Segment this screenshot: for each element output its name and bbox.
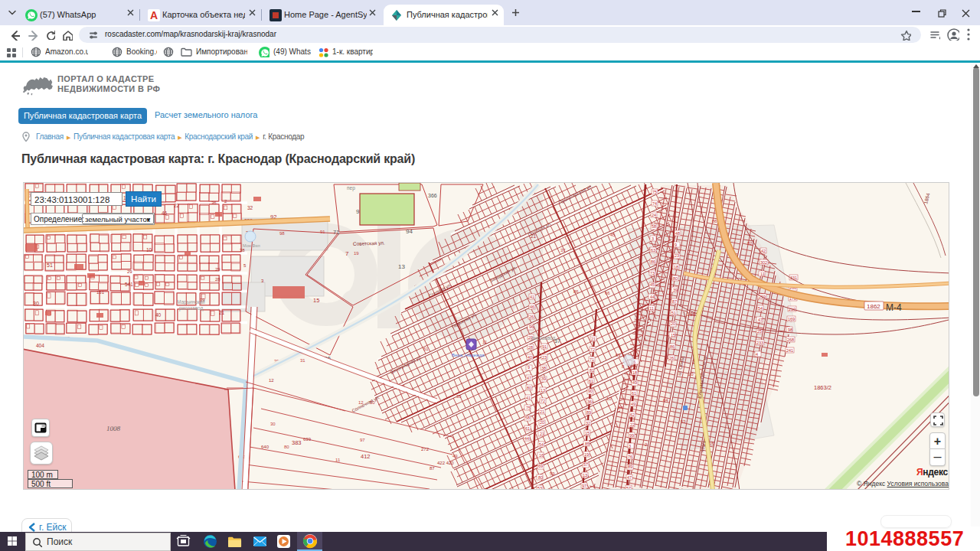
svg-text:63: 63 (616, 353, 621, 357)
svg-text:241: 241 (786, 348, 793, 353)
svg-text:59: 59 (550, 471, 555, 476)
svg-text:640: 640 (261, 445, 270, 449)
svg-text:272: 272 (421, 447, 430, 452)
svg-text:31: 31 (300, 358, 305, 363)
svg-text:13: 13 (398, 263, 405, 270)
svg-text:44: 44 (524, 436, 529, 441)
svg-text:11: 11 (482, 340, 488, 344)
svg-text:541: 541 (125, 282, 133, 287)
svg-text:1863/2: 1863/2 (814, 384, 831, 391)
svg-text:10: 10 (146, 247, 152, 253)
svg-text:22: 22 (630, 422, 635, 427)
svg-text:35: 35 (456, 394, 462, 399)
svg-text:20: 20 (540, 420, 544, 425)
svg-text:41: 41 (530, 295, 534, 299)
svg-text:18: 18 (674, 265, 678, 269)
svg-text:89: 89 (586, 410, 591, 415)
svg-text:38: 38 (541, 366, 546, 370)
svg-text:51: 51 (47, 262, 53, 268)
svg-text:54: 54 (758, 306, 763, 311)
svg-text:233: 233 (756, 341, 763, 345)
svg-text:22: 22 (174, 203, 180, 208)
svg-text:412: 412 (361, 453, 371, 460)
svg-text:57: 57 (583, 462, 588, 467)
svg-text:15: 15 (709, 442, 714, 446)
svg-text:21: 21 (219, 310, 225, 315)
svg-text:21: 21 (540, 409, 544, 414)
svg-text:15: 15 (585, 431, 590, 435)
svg-text:45: 45 (650, 282, 655, 287)
svg-text:61: 61 (589, 379, 593, 383)
svg-text:91: 91 (542, 344, 547, 349)
svg-text:13: 13 (583, 473, 587, 478)
svg-text:36: 36 (587, 399, 592, 404)
svg-text:19: 19 (354, 251, 359, 256)
svg-text:32: 32 (586, 421, 590, 425)
svg-text:15: 15 (671, 333, 675, 337)
svg-text:23: 23 (675, 253, 679, 258)
svg-text:71: 71 (333, 229, 339, 236)
svg-text:82: 82 (747, 241, 753, 246)
svg-text:151: 151 (96, 290, 105, 295)
svg-text:рисозавод: рисозавод (179, 305, 204, 311)
svg-text:29: 29 (215, 267, 220, 272)
svg-text:39: 39 (541, 377, 546, 381)
svg-text:47: 47 (527, 376, 531, 380)
svg-text:Мон Фил: Мон Фил (243, 243, 260, 248)
svg-text:11: 11 (649, 306, 654, 311)
svg-text:18: 18 (632, 370, 637, 375)
svg-text:49: 49 (452, 454, 458, 458)
svg-text:20: 20 (688, 372, 694, 377)
svg-text:94: 94 (406, 228, 413, 235)
svg-text:3: 3 (629, 444, 631, 448)
svg-text:7: 7 (345, 250, 349, 257)
svg-text:А: А (150, 9, 158, 21)
svg-text:11: 11 (760, 272, 765, 276)
svg-text:422 420: 422 420 (437, 461, 454, 465)
svg-text:Марьинский: Марьинский (177, 299, 205, 305)
svg-text:44: 44 (650, 295, 655, 299)
svg-text:26: 26 (529, 315, 534, 319)
svg-text:62: 62 (630, 412, 635, 417)
svg-text:1862: 1862 (867, 303, 880, 310)
svg-text:39: 39 (673, 288, 678, 292)
svg-text:87: 87 (430, 466, 435, 471)
svg-text:49: 49 (631, 402, 635, 406)
svg-text:69: 69 (538, 464, 543, 468)
svg-text:81: 81 (590, 368, 594, 373)
svg-text:75: 75 (526, 406, 531, 410)
svg-text:80: 80 (527, 386, 531, 390)
svg-text:74: 74 (652, 201, 657, 206)
svg-text:41: 41 (526, 396, 531, 400)
svg-text:268: 268 (787, 337, 794, 342)
svg-text:58: 58 (525, 416, 530, 420)
svg-text:53: 53 (537, 486, 542, 490)
svg-text:98: 98 (788, 328, 792, 332)
svg-text:24: 24 (652, 213, 656, 217)
svg-text:4: 4 (756, 352, 758, 357)
svg-text:10: 10 (606, 396, 612, 401)
svg-text:12: 12 (269, 378, 274, 383)
svg-text:19: 19 (584, 452, 589, 457)
svg-text:М-4: М-4 (886, 302, 902, 313)
svg-text:169: 169 (788, 317, 795, 321)
svg-text:26: 26 (669, 356, 674, 360)
svg-text:29: 29 (127, 269, 132, 274)
svg-text:98: 98 (279, 231, 285, 236)
svg-text:49: 49 (632, 380, 637, 385)
svg-text:61: 61 (632, 391, 636, 396)
svg-text:90: 90 (588, 389, 593, 393)
svg-text:80: 80 (284, 445, 289, 449)
svg-text:404: 404 (36, 343, 44, 348)
svg-text:87: 87 (672, 299, 677, 304)
svg-text:80: 80 (673, 276, 678, 281)
svg-text:40: 40 (528, 355, 532, 360)
svg-text:48: 48 (675, 231, 680, 236)
svg-text:28: 28 (215, 277, 220, 282)
svg-text:53: 53 (681, 419, 686, 424)
svg-text:54: 54 (539, 442, 544, 447)
svg-text:383: 383 (292, 439, 302, 446)
svg-text:Вера_Надежда: Вера_Надежда (452, 353, 485, 357)
svg-text:639: 639 (303, 437, 312, 442)
svg-text:13: 13 (541, 388, 545, 393)
